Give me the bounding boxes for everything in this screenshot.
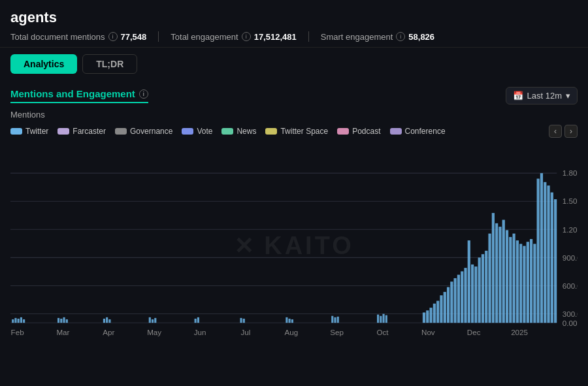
svg-rect-15 [14,318,16,323]
legend-item-conference[interactable]: Conference [390,127,446,136]
svg-rect-29 [195,319,197,323]
svg-rect-51 [450,281,453,323]
svg-rect-62 [488,234,491,323]
svg-rect-31 [240,318,242,323]
legend-label-vote: Vote [197,127,212,136]
legend-item-twitter[interactable]: Twitter [10,127,48,136]
svg-rect-61 [485,251,487,323]
smart-engagement-label: Smart engagement [321,32,393,42]
engagement-value: 17,512,481 [254,32,297,42]
svg-rect-68 [509,237,512,323]
svg-rect-49 [444,292,446,323]
svg-rect-22 [66,319,68,323]
section-info-icon[interactable]: i [139,89,148,99]
chart-svg: 1.80k 1.50k 1.20k 900.00 600.00 300.00 0… [10,144,578,347]
smart-info-icon[interactable]: i [396,32,405,41]
chart-subtitle: Mentions [10,110,578,120]
legend-label-twitter_space: Twitter Space [280,127,328,136]
mentions-info-icon[interactable]: i [108,32,118,41]
svg-text:0.00: 0.00 [563,319,578,328]
svg-rect-17 [20,317,22,323]
svg-rect-50 [447,287,449,323]
svg-rect-20 [60,319,62,323]
svg-rect-52 [454,278,457,323]
page-title: agents [10,9,578,26]
legend-prev-button[interactable]: ‹ [549,125,562,138]
svg-rect-21 [63,317,65,323]
legend-label-news: News [237,127,256,136]
svg-text:May: May [147,328,161,336]
svg-rect-32 [243,319,245,323]
svg-rect-58 [474,266,477,323]
svg-rect-16 [18,319,20,323]
svg-rect-54 [461,271,463,323]
svg-rect-53 [457,275,460,323]
legend-label-conference: Conference [405,127,446,136]
stat-divider-1 [158,31,159,42]
legend-label-twitter: Twitter [25,127,48,136]
date-filter[interactable]: 📅 Last 12m ▾ [506,87,578,105]
date-filter-label: Last 12m [527,91,562,101]
svg-rect-75 [533,244,536,323]
legend-dot-vote [182,128,193,135]
legend-item-news[interactable]: News [221,127,256,136]
engagement-info-icon[interactable]: i [242,32,251,41]
smart-engagement-value: 58,826 [408,32,434,42]
svg-text:Oct: Oct [376,328,389,336]
svg-rect-60 [482,254,484,323]
svg-rect-76 [537,179,540,323]
tabs-row: Analytics TL;DR [0,48,588,80]
svg-rect-67 [506,230,508,323]
svg-text:Jul: Jul [240,328,250,336]
svg-text:Feb: Feb [11,328,24,336]
svg-rect-77 [540,173,543,323]
smart-engagement-stat: Smart engagement i 58,826 [321,32,434,42]
svg-rect-30 [197,317,199,323]
svg-rect-48 [440,295,442,323]
chevron-down-icon: ▾ [566,91,570,101]
legend-dot-farcaster [57,128,69,135]
svg-rect-57 [471,265,474,323]
legend-next-button[interactable]: › [564,125,578,138]
svg-text:900.00: 900.00 [563,253,578,262]
svg-rect-74 [530,239,532,323]
tab-tldr[interactable]: TL;DR [82,54,137,74]
svg-text:Dec: Dec [467,328,481,336]
tab-analytics[interactable]: Analytics [10,54,77,74]
svg-rect-33 [286,317,287,323]
legend-dot-conference [390,128,402,135]
svg-rect-69 [512,234,515,323]
svg-rect-80 [551,193,553,323]
chart-container: 1.80k 1.50k 1.20k 900.00 600.00 300.00 0… [10,144,578,347]
engagement-stat: Total engagement i 17,512,481 [171,32,296,42]
svg-rect-55 [464,268,466,323]
legend-dot-governance [115,128,127,135]
legend-dot-news [221,128,233,135]
legend-item-farcaster[interactable]: Farcaster [57,127,106,136]
svg-text:600.00: 600.00 [563,281,578,290]
legend-label-governance: Governance [130,127,172,136]
svg-rect-63 [492,213,495,323]
stats-row: Total document mentions i 77,548 Total e… [10,31,578,42]
legend-item-vote[interactable]: Vote [182,127,212,136]
legend-label-podcast: Podcast [352,127,380,136]
svg-rect-59 [478,257,481,323]
svg-rect-25 [108,319,110,323]
legend-item-governance[interactable]: Governance [115,127,172,136]
svg-rect-26 [149,317,151,323]
calendar-icon: 📅 [513,91,523,101]
svg-rect-18 [23,319,25,323]
legend-item-twitter_space[interactable]: Twitter Space [265,127,328,136]
svg-text:1.20k: 1.20k [563,225,578,234]
legend-item-podcast[interactable]: Podcast [337,127,380,136]
svg-text:Sep: Sep [330,328,344,336]
svg-text:Nov: Nov [421,328,435,336]
svg-rect-39 [377,315,379,323]
legend-label-farcaster: Farcaster [73,127,106,136]
svg-rect-47 [436,301,439,323]
svg-text:Aug: Aug [284,328,298,336]
svg-text:300.00: 300.00 [563,310,578,318]
svg-rect-73 [527,242,529,323]
svg-rect-65 [498,227,501,323]
svg-rect-24 [106,317,108,323]
